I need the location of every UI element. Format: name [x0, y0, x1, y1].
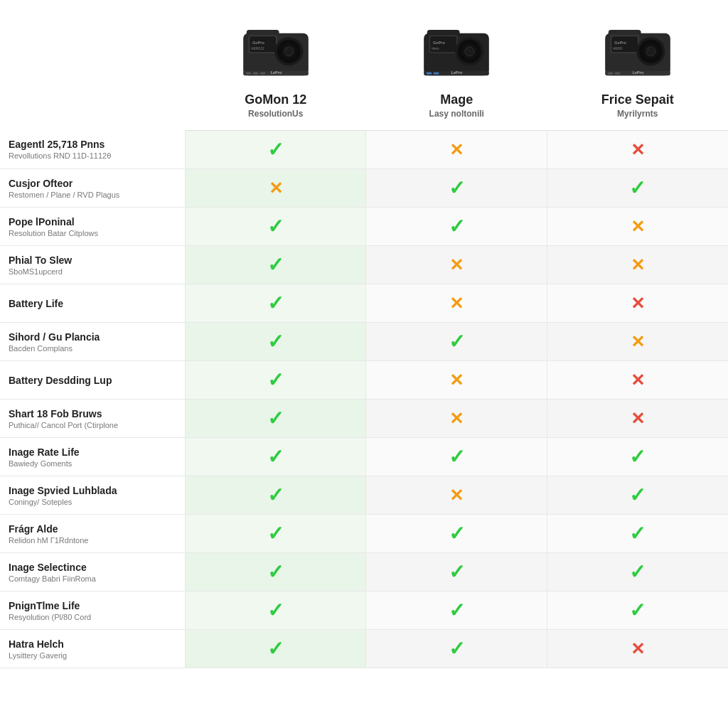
feature-row: Inage SelectinceComtagy Babri FiinRoma✓✓…	[0, 553, 728, 592]
check-cell-2: ✕	[366, 476, 547, 515]
svg-rect-13	[253, 73, 258, 75]
x-orange-icon: ✕	[631, 217, 645, 236]
check-cell-1: ✓	[186, 323, 366, 361]
feature-label-cell: Battery Life	[0, 284, 186, 323]
check-cell-3: ✕	[547, 246, 728, 284]
svg-text:GoPro: GoPro	[614, 41, 626, 45]
check-green-icon: ✓	[629, 177, 646, 199]
x-red-icon: ✕	[631, 140, 645, 159]
feature-label-cell: Hatra HelchLysittery Gaverig	[0, 630, 186, 668]
check-green-icon: ✓	[629, 484, 646, 506]
feature-label-cell: Shart 18 Fob BruwsPuthica// Cancol Port …	[0, 400, 186, 438]
check-green-icon: ✓	[629, 446, 646, 468]
feature-name: Battery Life	[9, 298, 176, 309]
feature-sub: Restomen / Plane / RVD Plagus	[9, 191, 176, 199]
check-cell-3: ✕	[547, 131, 728, 169]
feature-label-cell: Sihord / Gu PlanciaBacden Complans	[0, 323, 186, 361]
check-cell-3: ✓	[547, 476, 728, 515]
check-green-icon: ✓	[267, 446, 284, 468]
feature-row: Battery Life✓✕✕	[0, 284, 728, 323]
feature-sub: Resyolution (Pl/80 Cord	[9, 613, 176, 621]
check-cell-3: ✕	[547, 361, 728, 400]
check-cell-2: ✕	[366, 131, 547, 169]
check-cell-2: ✕	[366, 246, 547, 284]
check-cell-1: ✓	[186, 438, 366, 476]
feature-sub: Relidon hM Γ1Rdntone	[9, 536, 176, 545]
feature-row: Hatra HelchLysittery Gaverig✓✓✕	[0, 630, 728, 668]
check-green-icon: ✓	[267, 139, 284, 161]
svg-rect-43	[608, 73, 613, 75]
x-red-icon: ✕	[631, 409, 645, 428]
x-orange-icon: ✕	[631, 332, 645, 351]
feature-sub: SboMS1upcerd	[9, 267, 176, 276]
feature-sub: Bawiedy Goments	[9, 459, 176, 468]
check-cell-2: ✓	[366, 323, 547, 361]
product-sub-3: Myrilyrnts	[552, 109, 722, 119]
svg-point-40	[646, 47, 655, 56]
check-cell-2: ✕	[366, 361, 547, 400]
feature-row: Eagentl 25,718 PnnsRevollutions RND 11D-…	[0, 131, 728, 169]
feature-label-cell: Battery Desdding Lup	[0, 361, 186, 400]
svg-rect-44	[615, 73, 620, 75]
check-green-icon: ✓	[267, 407, 284, 429]
check-cell-3: ✓	[547, 438, 728, 476]
svg-rect-28	[427, 73, 432, 75]
check-cell-3: ✕	[547, 630, 728, 668]
check-cell-3: ✓	[547, 553, 728, 592]
x-orange-icon: ✕	[449, 409, 464, 428]
svg-text:LePro: LePro	[632, 70, 643, 75]
check-cell-2: ✓	[366, 592, 547, 630]
feature-row: Phial To SlewSboMS1upcerd✓✕✕	[0, 246, 728, 284]
check-cell-1: ✓	[186, 131, 366, 169]
check-green-icon: ✓	[449, 446, 465, 468]
check-green-icon: ✓	[449, 331, 465, 353]
product-header-1: GoPro HERO12 LePro GoMon 12	[186, 0, 366, 131]
check-green-icon: ✓	[267, 523, 284, 545]
feature-name: Eagentl 25,718 Pnns	[9, 139, 176, 150]
check-green-icon: ✓	[629, 599, 646, 621]
check-green-icon: ✓	[267, 254, 284, 276]
product-header-3: GoPro HERO LePro Frice Sepait Myrily	[547, 0, 728, 131]
x-red-icon: ✕	[631, 294, 645, 313]
feature-label-cell: Inage Rate LifeBawiedy Goments	[0, 438, 186, 476]
check-cell-3: ✕	[547, 323, 728, 361]
feature-name: Inage Selectince	[9, 562, 176, 573]
header-empty-cell	[0, 0, 186, 131]
product-sub-2: Lasy noltonili	[372, 109, 541, 119]
svg-rect-12	[246, 73, 251, 75]
svg-point-26	[466, 48, 469, 51]
feature-label-cell: Frágr AldeRelidon hM Γ1Rdntone	[0, 515, 186, 553]
x-orange-icon: ✕	[449, 486, 464, 505]
feature-name: Phial To Slew	[9, 255, 176, 266]
check-cell-2: ✓	[366, 630, 547, 668]
check-cell-1: ✓	[186, 400, 366, 438]
feature-name: Inage Spvied Luhblada	[9, 485, 176, 496]
check-green-icon: ✓	[449, 638, 465, 660]
x-orange-icon: ✕	[631, 255, 645, 274]
check-cell-1: ✓	[186, 361, 366, 400]
feature-name: Hatra Helch	[9, 638, 176, 650]
check-cell-3: ✕	[547, 284, 728, 323]
feature-row: Frágr AldeRelidon hM Γ1Rdntone✓✓✓	[0, 515, 728, 553]
feature-name: Inage Rate Life	[9, 446, 176, 458]
check-cell-3: ✓	[547, 515, 728, 553]
check-green-icon: ✓	[629, 523, 646, 545]
feature-sub: Lysittery Gaverig	[9, 651, 176, 660]
product-name-3: Frice Sepait	[552, 92, 722, 107]
feature-sub: Puthica// Cancol Port (Ctirplone	[9, 421, 176, 429]
feature-label-cell: Pope lPoninalResolution Batar Citplows	[0, 208, 186, 246]
check-cell-2: ✓	[366, 438, 547, 476]
check-cell-1: ✓	[186, 630, 366, 668]
check-green-icon: ✓	[267, 484, 284, 506]
product-image-3: GoPro HERO LePro	[599, 7, 677, 85]
feature-row: Pope lPoninalResolution Batar Citplows✓✓…	[0, 208, 728, 246]
feature-label-cell: Phial To SlewSboMS1upcerd	[0, 246, 186, 284]
feature-row: Inage Spvied LuhbladaConingy/ Soteples✓✕…	[0, 476, 728, 515]
svg-point-9	[284, 47, 294, 56]
check-green-icon: ✓	[629, 561, 646, 583]
x-orange-icon: ✕	[269, 178, 283, 198]
feature-name: Frágr Alde	[9, 523, 176, 535]
feature-name: Sihord / Gu Plancia	[9, 331, 176, 343]
feature-name: Pope lPoninal	[9, 216, 176, 228]
svg-text:HERO: HERO	[613, 47, 623, 50]
